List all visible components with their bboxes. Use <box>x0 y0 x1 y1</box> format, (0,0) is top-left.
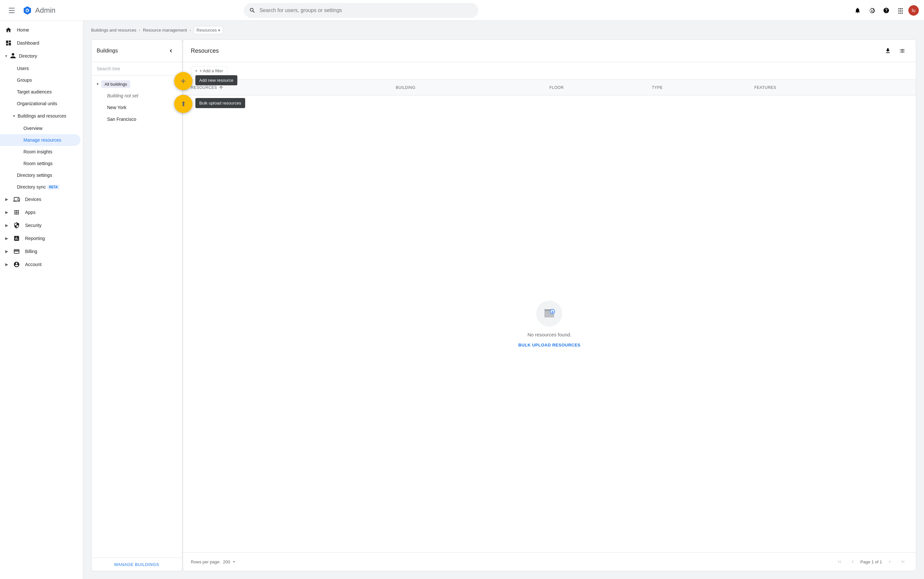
sidebar-item-manage-resources[interactable]: Manage resources <box>0 134 80 146</box>
sidebar-item-room-insights[interactable]: Room insights <box>0 146 80 158</box>
user-avatar[interactable]: lu <box>908 5 919 16</box>
sidebar-item-home[interactable]: Home <box>0 23 80 36</box>
sidebar-item-buildings[interactable]: ▾ Buildings and resources <box>0 110 83 123</box>
tree-new-york[interactable]: New York <box>91 101 182 113</box>
buildings-panel-footer: MANAGE BUILDINGS <box>91 558 182 571</box>
tree-all-buildings[interactable]: ▾ All buildings <box>91 78 182 90</box>
th-type[interactable]: Type <box>652 85 754 90</box>
th-building[interactable]: Building <box>395 85 549 90</box>
th-floor-label: Floor <box>550 85 564 90</box>
first-page-button[interactable] <box>834 556 845 567</box>
page-label: Page 1 of 1 <box>860 559 882 564</box>
sidebar-item-billing[interactable]: ▶ Billing <box>0 245 80 258</box>
sidebar-item-groups[interactable]: Groups <box>0 74 80 86</box>
breadcrumb-resources-dropdown[interactable]: Resources ▾ <box>194 26 223 34</box>
bulk-upload-link[interactable]: BULK UPLOAD RESOURCES <box>518 343 581 347</box>
beta-badge: BETA <box>47 185 60 190</box>
topbar: Admin lu <box>0 0 924 21</box>
sidebar-label-account: Account <box>25 262 42 267</box>
buildings-panel-title: Buildings <box>97 48 118 54</box>
breadcrumb-buildings[interactable]: Buildings and resources <box>91 28 136 33</box>
search-input[interactable] <box>260 8 473 13</box>
add-filter-button[interactable]: + + Add a filter <box>191 66 227 75</box>
reporting-expand-icon: ▶ <box>5 236 8 240</box>
sort-asc-icon <box>219 85 224 90</box>
th-building-label: Building <box>395 85 415 90</box>
billing-icon <box>13 248 20 255</box>
sidebar-item-users[interactable]: Users <box>0 62 80 74</box>
empty-state: No resources found. BULK UPLOAD RESOURCE… <box>505 288 594 360</box>
sidebar-item-directory-settings[interactable]: Directory settings <box>0 169 80 181</box>
sidebar-label-groups: Groups <box>17 77 32 83</box>
sidebar-label-room-insights: Room insights <box>23 149 52 154</box>
help-button[interactable] <box>880 4 893 17</box>
sidebar-label-directory: Directory <box>19 53 37 59</box>
add-filter-label: + Add a filter <box>199 69 224 73</box>
th-type-label: Type <box>652 85 663 90</box>
sidebar-item-overview[interactable]: Overview <box>0 123 80 134</box>
sidebar-item-dashboard[interactable]: Dashboard <box>0 36 80 49</box>
tree-area: ▾ All buildings Building not set New Yor… <box>91 75 182 558</box>
th-floor[interactable]: Floor <box>550 85 652 90</box>
tree-san-francisco[interactable]: San Francisco <box>91 113 182 125</box>
rows-select[interactable]: 200 <box>223 559 237 564</box>
columns-button[interactable] <box>896 45 908 57</box>
menu-button[interactable] <box>5 4 18 17</box>
all-buildings-label: All buildings <box>101 80 130 88</box>
sidebar-item-devices[interactable]: ▶ Devices <box>0 193 80 206</box>
prev-page-button[interactable] <box>847 556 858 567</box>
add-resource-fab[interactable]: + <box>174 72 193 90</box>
apps-expand-icon: ▶ <box>5 210 8 214</box>
sidebar-item-reporting[interactable]: ▶ Reporting <box>0 232 80 245</box>
th-resources[interactable]: Resources <box>191 85 395 90</box>
breadcrumb-resource-mgmt[interactable]: Resource management <box>143 28 187 33</box>
apps-icon <box>13 209 20 216</box>
sidebar-label-security: Security <box>25 223 42 228</box>
sidebar-item-org-units[interactable]: Organizational units <box>0 98 80 110</box>
pagination: Page 1 of 1 <box>834 556 908 567</box>
prev-page-icon <box>850 559 855 564</box>
apps-grid-button[interactable] <box>894 4 907 17</box>
last-page-icon <box>900 559 906 564</box>
home-icon <box>5 27 12 33</box>
sidebar-item-directory-sync[interactable]: Directory sync BETA <box>0 181 80 193</box>
buildings-panel: Buildings ▾ All buildings B <box>91 39 182 571</box>
sidebar-label-manage-resources: Manage resources <box>23 137 61 142</box>
sidebar-item-apps[interactable]: ▶ Apps <box>0 206 80 219</box>
sidebar-item-directory[interactable]: ▾ Directory <box>0 49 83 62</box>
rows-label: Rows per page: <box>191 559 220 564</box>
topbar-actions: lu <box>851 4 919 17</box>
new-york-label: New York <box>107 105 126 110</box>
account-timer-button[interactable] <box>865 4 878 17</box>
reporting-icon <box>13 235 20 242</box>
sidebar-label-directory-settings: Directory settings <box>17 173 52 178</box>
search-bar <box>244 3 478 18</box>
last-page-button[interactable] <box>898 556 908 567</box>
tree-search-input[interactable] <box>97 66 177 71</box>
plus-filter-icon: + <box>195 69 198 73</box>
sidebar-label-room-settings: Room settings <box>23 161 52 166</box>
person-icon <box>10 52 16 60</box>
tree-building-not-set[interactable]: Building not set <box>91 90 182 101</box>
sidebar-item-target-audiences[interactable]: Target audiences <box>0 86 80 98</box>
sidebar-label-target-audiences: Target audiences <box>17 89 52 95</box>
sidebar-item-account[interactable]: ▶ Account <box>0 258 80 271</box>
bulk-upload-fab[interactable]: ⬆ <box>174 95 193 113</box>
devices-expand-icon: ▶ <box>5 197 8 201</box>
sidebar-item-security[interactable]: ▶ Security <box>0 219 80 232</box>
notifications-button[interactable] <box>851 4 864 17</box>
panels-container: Buildings ▾ All buildings B <box>91 39 916 571</box>
sidebar-label-org-units: Organizational units <box>17 101 57 106</box>
san-francisco-label: San Francisco <box>107 116 136 122</box>
download-icon <box>885 47 891 54</box>
th-features[interactable]: Features <box>754 85 908 90</box>
sidebar-item-room-settings[interactable]: Room settings <box>0 158 80 169</box>
download-button[interactable] <box>882 45 894 57</box>
next-page-button[interactable] <box>885 556 895 567</box>
manage-buildings-link[interactable]: MANAGE BUILDINGS <box>114 562 159 567</box>
collapse-panel-button[interactable] <box>165 45 177 57</box>
directory-collapse-icon: ▾ <box>5 54 7 58</box>
devices-icon <box>13 196 20 203</box>
main-layout: Home Dashboard ▾ Directory Users Groups … <box>0 21 924 579</box>
logo-area[interactable]: Admin <box>22 5 56 16</box>
